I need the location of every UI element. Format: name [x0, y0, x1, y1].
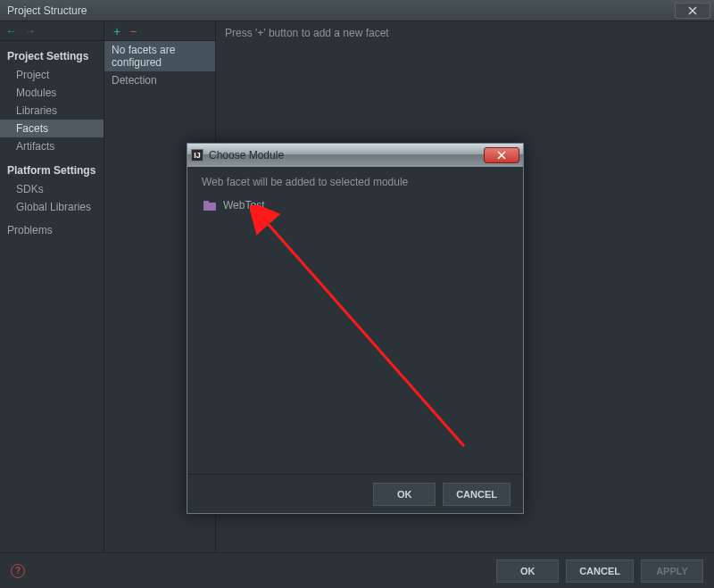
facets-hint: Press '+' button to add a new facet	[225, 27, 389, 39]
dialog-hint: Web facet will be added to selected modu…	[200, 176, 511, 188]
nav-arrows: ← →	[0, 21, 104, 41]
nav-forward-icon[interactable]: →	[24, 25, 36, 37]
main-button-row: OK CANCEL APPLY	[496, 559, 703, 583]
window-title: Project Structure	[4, 4, 87, 17]
sidebar-item-project[interactable]: Project	[0, 66, 104, 84]
facets-toolbar: + −	[104, 21, 215, 41]
sidebar-item-global-libraries[interactable]: Global Libraries	[0, 198, 104, 216]
sidebar-item-sdks[interactable]: SDKs	[0, 180, 104, 198]
help-icon[interactable]: ?	[11, 564, 25, 578]
sidebar-header-project-settings: Project Settings	[0, 46, 104, 66]
close-icon	[497, 151, 506, 160]
sidebar-item-facets[interactable]: Facets	[0, 120, 104, 137]
main-ok-button[interactable]: OK	[496, 559, 559, 583]
close-icon	[688, 6, 697, 15]
sidebar-item-problems[interactable]: Problems	[0, 221, 104, 239]
nav-back-icon[interactable]: ←	[5, 25, 17, 37]
sidebar-section-misc: Problems	[0, 216, 104, 239]
dialog-body: Web facet will be added to selected modu…	[187, 167, 523, 474]
sidebar-section-project-settings: Project Settings Project Modules Librari…	[0, 41, 104, 155]
module-row[interactable]: WebTest	[200, 197, 511, 213]
choose-module-dialog: IJ Choose Module Web facet will be added…	[187, 143, 524, 514]
app-icon: IJ	[191, 149, 203, 161]
sidebar-item-libraries[interactable]: Libraries	[0, 102, 104, 120]
facet-row-detection[interactable]: Detection	[104, 71, 215, 89]
dialog-title-wrap: IJ Choose Module	[191, 149, 284, 161]
add-facet-icon[interactable]: +	[113, 25, 120, 37]
sidebar-item-modules[interactable]: Modules	[0, 84, 104, 102]
dialog-titlebar: IJ Choose Module	[187, 144, 523, 167]
sidebar: ← → Project Settings Project Modules Lib…	[0, 21, 104, 552]
dialog-close-button[interactable]	[484, 147, 519, 163]
main-titlebar: Project Structure	[0, 0, 714, 21]
facet-row-empty[interactable]: No facets are configured	[104, 41, 215, 71]
sidebar-header-platform-settings: Platform Settings	[0, 161, 104, 180]
dialog-cancel-button[interactable]: CANCEL	[443, 483, 511, 506]
dialog-title: Choose Module	[209, 149, 284, 161]
main-cancel-button[interactable]: CANCEL	[566, 559, 634, 583]
dialog-ok-button[interactable]: OK	[373, 483, 436, 506]
sidebar-item-artifacts[interactable]: Artifacts	[0, 137, 104, 155]
main-apply-button[interactable]: APPLY	[641, 559, 703, 583]
sidebar-section-platform-settings: Platform Settings SDKs Global Libraries	[0, 155, 104, 216]
module-name: WebTest	[223, 199, 264, 211]
remove-facet-icon[interactable]: −	[129, 25, 137, 37]
dialog-footer: OK CANCEL	[187, 474, 523, 513]
window-close-button[interactable]	[675, 3, 710, 19]
module-folder-icon	[203, 201, 216, 211]
main-footer: ? OK CANCEL APPLY	[0, 552, 714, 588]
